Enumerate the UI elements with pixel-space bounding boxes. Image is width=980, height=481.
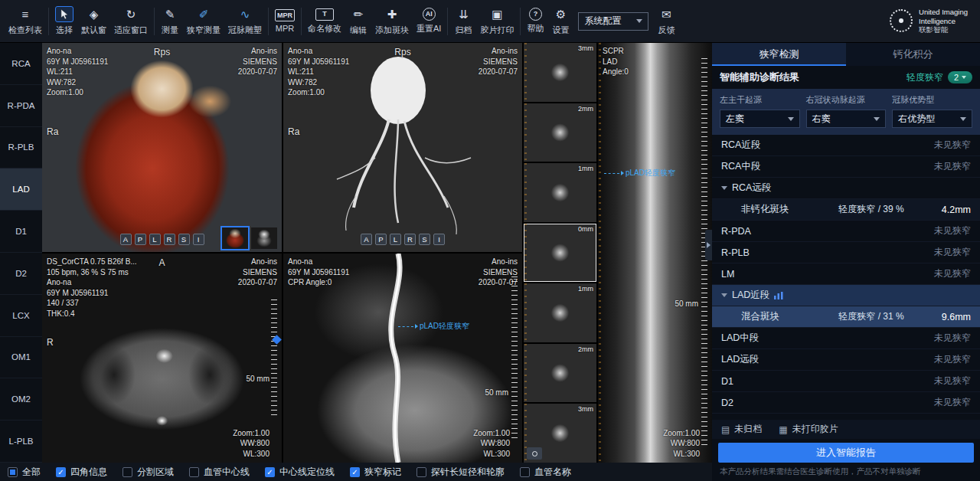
segment-row[interactable]: LAD中段 未见狭窄 xyxy=(712,328,980,349)
snapshot-camera-button[interactable] xyxy=(527,447,542,460)
tool-film-print[interactable]: ▣ 胶片打印 xyxy=(476,4,518,38)
sidebar-item-rca[interactable]: RCA xyxy=(0,43,42,85)
orient-l-button[interactable]: L xyxy=(149,234,161,245)
orient-a-button[interactable]: A xyxy=(361,234,372,245)
vr-preset-thumbnail-selected[interactable] xyxy=(222,227,248,249)
tool-archive[interactable]: ⇊ 归档 xyxy=(450,4,476,38)
tool-rename[interactable]: T 命名修改 xyxy=(304,6,345,37)
bar-chart-icon xyxy=(774,292,783,299)
vr-preset-thumbnail[interactable] xyxy=(251,227,277,249)
orient-s-button[interactable]: S xyxy=(419,234,430,245)
annotation-text: pLAD轻度狭窄 xyxy=(420,321,469,332)
tool-default-window[interactable]: ◈ 默认窗 xyxy=(77,4,110,38)
orient-i-button[interactable]: I xyxy=(433,234,445,245)
ruler-label: 50 mm xyxy=(485,388,508,397)
plaque-row-selected[interactable]: 混合斑块 轻度狭窄 / 31 % 9.6mm xyxy=(712,306,980,328)
option-centerline-locator[interactable]: 中心线定位线 xyxy=(265,466,335,479)
stenosis-annotation[interactable]: pLAD轻度狭窄 xyxy=(604,168,675,178)
option-vessel-name[interactable]: 血管名称 xyxy=(520,466,571,479)
sidebar-item-lcx[interactable]: LCX xyxy=(0,295,42,337)
option-segmentation[interactable]: 分割区域 xyxy=(122,466,174,479)
tool-measure[interactable]: ✎ 测量 xyxy=(157,4,183,38)
system-config-dropdown[interactable]: 系统配置 xyxy=(578,12,648,31)
segment-group-row[interactable]: RCA远段 xyxy=(712,178,980,199)
tool-stenosis-measure[interactable]: ✐ 狭窄测量 xyxy=(183,4,224,38)
sidebar-item-lad[interactable]: LAD xyxy=(0,169,42,211)
tool-label: 添加斑块 xyxy=(375,25,409,36)
tool-select[interactable]: 选择 xyxy=(51,4,77,38)
tool-exam-list[interactable]: ≡ 检查列表 xyxy=(5,4,46,38)
tool-fit-window[interactable]: ↻ 适应窗口 xyxy=(110,4,152,38)
orient-a-button[interactable]: A xyxy=(120,234,132,245)
stenosis-annotation[interactable]: pLAD轻度狭窄 xyxy=(398,321,469,332)
orient-p-button[interactable]: P xyxy=(375,234,387,245)
tool-add-plaque[interactable]: ✚ 添加斑块 xyxy=(371,4,413,38)
checkbox-checked[interactable] xyxy=(56,467,66,477)
checkbox-checked[interactable] xyxy=(350,467,360,477)
mip-viewport[interactable]: Ano-na 69Y M J05961191 WL:211 WW:782 Zoo… xyxy=(283,43,522,252)
cpr-viewport[interactable]: Ano-na 69Y M J05961191 CPR Angle:0 Ano-i… xyxy=(283,254,522,463)
checkbox-unchecked[interactable] xyxy=(122,467,132,477)
vr-viewport[interactable]: Ano-na 69Y M J05961191 WL:211 WW:782 Zoo… xyxy=(42,43,282,252)
checkbox-unchecked[interactable] xyxy=(416,467,426,477)
orient-r-button[interactable]: R xyxy=(404,234,416,245)
cross-section-cell[interactable]: 2mm xyxy=(524,103,596,162)
option-centerline[interactable]: 血管中心线 xyxy=(189,466,250,479)
edit-icon: ✏ xyxy=(349,6,368,22)
sidebar-item-r-plb[interactable]: R-PLB xyxy=(0,127,42,169)
sidebar-item-r-pda[interactable]: R-PDA xyxy=(0,85,42,127)
tool-settings[interactable]: ⚙ 设置 xyxy=(547,4,573,38)
option-probe-diameter[interactable]: 探针长短径和轮廓 xyxy=(416,466,505,479)
enter-report-button[interactable]: 进入智能报告 xyxy=(718,443,974,463)
segment-row[interactable]: LAD远段 未见狭窄 xyxy=(712,349,980,371)
plaque-row[interactable]: 非钙化斑块 轻度狭窄 / 39 % 4.2mm xyxy=(712,199,980,221)
scpr-viewport[interactable]: SCPR LAD Angle:0 pLAD轻度狭窄 50 mm Zoom:1.0… xyxy=(598,43,712,463)
segment-row[interactable]: D2 未见狭窄 xyxy=(712,392,980,414)
rca-origin-dropdown[interactable]: 右窦 xyxy=(806,110,887,128)
zoom-level: Zoom:1.00 xyxy=(233,428,270,439)
tool-edit[interactable]: ✏ 编辑 xyxy=(345,4,371,38)
sidebar-item-d2[interactable]: D2 xyxy=(0,253,42,295)
tool-reset-ai[interactable]: AI 重置AI xyxy=(413,5,445,37)
dominance-dropdown[interactable]: 右优势型 xyxy=(892,110,972,128)
checkbox-unchecked[interactable] xyxy=(189,467,199,477)
sidebar-item-l-plb[interactable]: L-PLB xyxy=(0,420,42,463)
segment-row[interactable]: R-PDA 未见狭窄 xyxy=(712,221,980,242)
tab-calcium-score[interactable]: 钙化积分 xyxy=(846,43,980,66)
tool-help[interactable]: ? 帮助 xyxy=(523,5,547,37)
option-stenosis-marker[interactable]: 狭窄标记 xyxy=(350,466,401,479)
orient-i-button[interactable]: I xyxy=(193,234,204,245)
tab-stenosis-detection[interactable]: 狭窄检测 xyxy=(712,43,846,66)
orient-l-button[interactable]: L xyxy=(390,234,401,245)
axial-viewport[interactable]: DS_CorCTA 0.75 B26f B... 105 bpm, 36 % S… xyxy=(42,254,282,463)
sidebar-item-om2[interactable]: OM2 xyxy=(0,378,42,420)
checkbox-indeterminate[interactable] xyxy=(8,467,18,477)
segment-row[interactable]: R-PLB 未见狭窄 xyxy=(712,242,980,263)
segment-row[interactable]: RCA中段 未见狭窄 xyxy=(712,156,980,178)
checkbox-checked[interactable] xyxy=(265,467,275,477)
tool-mpr[interactable]: MPR MPR xyxy=(271,7,299,35)
cross-section-cell[interactable]: 1mm xyxy=(524,283,596,342)
lesion-count-dropdown[interactable]: 2 xyxy=(948,71,972,83)
sidebar-item-om1[interactable]: OM1 xyxy=(0,337,42,379)
tool-feedback[interactable]: ✉ 反馈 xyxy=(653,4,679,38)
panel-collapse-handle[interactable] xyxy=(705,230,712,260)
orient-s-button[interactable]: S xyxy=(178,234,190,245)
tool-vessel-sculpt[interactable]: ∿ 冠脉雕塑 xyxy=(224,4,266,38)
checkbox-unchecked[interactable] xyxy=(520,467,530,477)
segment-row[interactable]: LM 未见狭窄 xyxy=(712,263,980,285)
segment-row[interactable]: D1 未见狭窄 xyxy=(712,371,980,392)
cross-section-cell[interactable]: 2mm xyxy=(524,344,596,403)
lm-origin-dropdown[interactable]: 左窦 xyxy=(720,110,800,128)
option-all[interactable]: 全部 xyxy=(8,466,41,479)
cross-section-cell[interactable]: 3mm xyxy=(524,43,596,102)
cross-section-cell-active[interactable]: 0mm xyxy=(524,224,596,283)
orient-p-button[interactable]: P xyxy=(135,234,146,245)
cross-section-cell[interactable]: 1mm xyxy=(524,163,596,222)
orient-r-button[interactable]: R xyxy=(164,234,175,245)
sidebar-item-d1[interactable]: D1 xyxy=(0,211,42,253)
tool-label: 适应窗口 xyxy=(114,25,148,36)
option-corner-info[interactable]: 四角信息 xyxy=(56,466,107,479)
segment-row[interactable]: RCA近段 未见狭窄 xyxy=(712,135,980,156)
segment-group-row-selected[interactable]: LAD近段 xyxy=(712,285,980,306)
